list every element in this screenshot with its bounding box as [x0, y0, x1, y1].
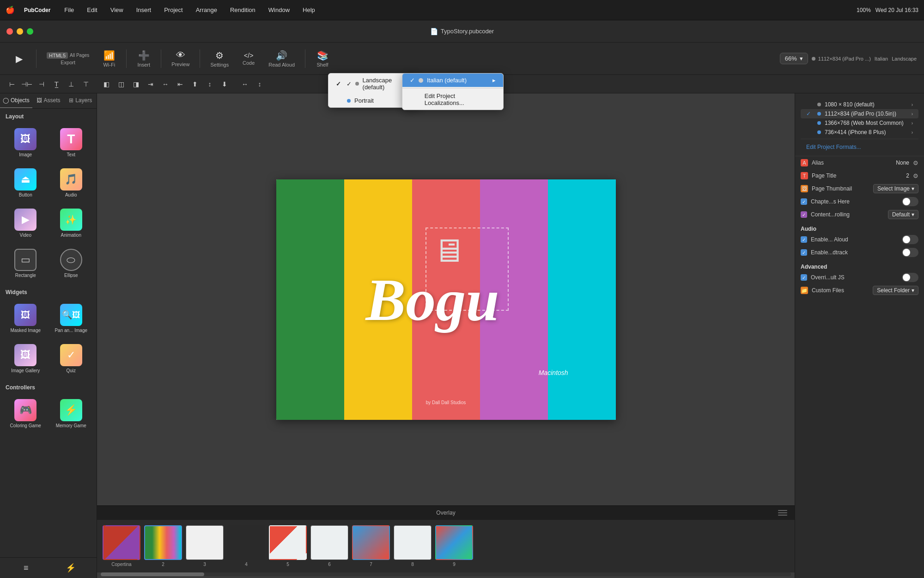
minimize-button[interactable]: [17, 28, 23, 35]
menu-insert[interactable]: Insert: [134, 6, 154, 14]
override-js-checkbox[interactable]: ✓: [801, 274, 807, 281]
align-top-button[interactable]: ⬆: [188, 78, 201, 91]
edit-formats-link[interactable]: Edit Project Formats...: [801, 141, 918, 153]
resolution-display[interactable]: 1112×834 (iPad Pro ...): [812, 56, 871, 61]
layout-video[interactable]: ▶ Video: [4, 204, 48, 242]
canvas-wrapper[interactable]: Bogu 🖥 Macintosh by Dall Dall Studios: [97, 93, 795, 505]
content-rolling-select[interactable]: Default ▾: [888, 210, 918, 219]
res-1112-row[interactable]: ✓ 1112×834 (iPad Pro (10.5in)) ›: [801, 109, 918, 118]
menu-file[interactable]: File: [61, 6, 77, 14]
res-736-row[interactable]: ✓ 736×414 (iPhone 8 Plus) ›: [801, 128, 918, 137]
close-button[interactable]: [6, 28, 13, 35]
page-thumbnail-select[interactable]: Select Image ▾: [873, 184, 918, 193]
shelf-button[interactable]: 📚 Shelf: [311, 47, 334, 70]
layout-animation[interactable]: ✨ Animation: [49, 204, 93, 242]
page-title-gear[interactable]: ⚙: [913, 172, 918, 179]
thumb-8[interactable]: 8: [394, 525, 432, 567]
quiz-widget[interactable]: ✓ Quiz: [49, 339, 93, 378]
align-vcenter-button[interactable]: ↕: [203, 78, 216, 91]
thumb-6[interactable]: 6: [310, 525, 348, 567]
enable-dtrack-toggle[interactable]: [902, 248, 918, 257]
layout-button[interactable]: ⏏ Button: [4, 164, 48, 202]
distribute-left-button[interactable]: ⇥: [144, 78, 157, 91]
align-left-button[interactable]: ◧: [100, 78, 113, 91]
chapters-checkbox[interactable]: ✓: [801, 198, 807, 205]
layout-ellipse[interactable]: ⬭ Ellipse: [49, 244, 93, 283]
align-bottom-button[interactable]: ⊤: [79, 78, 92, 91]
thumb-2[interactable]: 2: [144, 525, 182, 567]
menu-rendition[interactable]: Rendition: [227, 6, 258, 14]
list-view-button[interactable]: ≡: [19, 561, 32, 574]
layout-text[interactable]: T Text: [49, 123, 93, 162]
chapters-toggle[interactable]: [902, 197, 918, 206]
layout-audio[interactable]: 🎵 Audio: [49, 164, 93, 202]
export-group[interactable]: HTML5 All Pages Export: [42, 49, 94, 68]
read-aloud-button[interactable]: 🔊 Read Aloud: [264, 47, 299, 70]
horizontal-scrollbar[interactable]: [101, 572, 791, 576]
make-same-height-button[interactable]: ↕: [253, 78, 266, 91]
locale-italian-item[interactable]: ✓ Italian (default) ▸: [402, 74, 503, 87]
align-right-button[interactable]: ◨: [129, 78, 142, 91]
enable-aloud-toggle[interactable]: [902, 235, 918, 244]
distribute-right-button[interactable]: ⇤: [174, 78, 187, 91]
override-js-toggle[interactable]: [902, 273, 918, 282]
zoom-control[interactable]: 66% ▾: [780, 53, 808, 64]
menu-project[interactable]: Project: [161, 6, 185, 14]
scrollbar-thumb[interactable]: [101, 572, 204, 576]
image-gallery-widget[interactable]: 🖼 Image Gallery: [4, 339, 48, 378]
play-button[interactable]: ▶: [7, 50, 30, 67]
locale-display[interactable]: Italian: [875, 56, 888, 61]
edit-localizations-item[interactable]: Edit Project Localizations...: [402, 89, 503, 110]
res-1366-row[interactable]: ✓ 1366×768 (Web Most Common) ›: [801, 118, 918, 128]
apple-icon[interactable]: 🍎: [6, 6, 15, 14]
code-button[interactable]: </> Code: [237, 49, 260, 68]
alias-gear[interactable]: ⚙: [913, 160, 918, 166]
res-1080-row[interactable]: ✓ 1080 × 810 (default) ›: [801, 100, 918, 109]
orientation-display[interactable]: Landscape: [892, 56, 917, 61]
thumb-9[interactable]: 9: [435, 525, 473, 567]
layout-image[interactable]: 🖼 Image: [4, 123, 48, 162]
selection-handle[interactable]: [426, 228, 509, 311]
pan-image-widget[interactable]: 🔍🖼 Pan an... Image: [49, 299, 93, 338]
distribute-center-button[interactable]: ↔: [159, 78, 172, 91]
menu-view[interactable]: View: [108, 6, 126, 14]
thumb-7[interactable]: 7: [352, 525, 390, 567]
app-name[interactable]: PubCoder: [24, 7, 50, 13]
menu-arrange[interactable]: Arrange: [193, 6, 220, 14]
custom-files-select[interactable]: Select Folder ▾: [873, 286, 918, 295]
enable-aloud-row: ✓ Enable... Aloud: [795, 233, 924, 246]
lightning-button[interactable]: ⚡: [64, 561, 77, 574]
settings-button[interactable]: ⚙ Settings: [206, 47, 233, 70]
menu-help[interactable]: Help: [300, 6, 318, 14]
thumb-4[interactable]: 4: [227, 525, 265, 567]
overlay-handle[interactable]: [778, 510, 787, 516]
thumb-copertina[interactable]: Copertina: [103, 525, 140, 567]
enable-aloud-checkbox[interactable]: ✓: [801, 236, 807, 243]
fullscreen-button[interactable]: [27, 28, 33, 35]
tab-layers[interactable]: ⊞ Layers: [64, 93, 97, 108]
align-right-edge-button[interactable]: ⊣: [35, 78, 48, 91]
menu-window[interactable]: Window: [266, 6, 292, 14]
memory-game-widget[interactable]: ⚡ Memory Game: [49, 394, 93, 433]
align-center-v-button[interactable]: ◫: [115, 78, 128, 91]
align-vbottom-button[interactable]: ⬇: [218, 78, 231, 91]
masked-image-widget[interactable]: 🖼 Masked Image: [4, 299, 48, 338]
canvas[interactable]: Bogu 🖥 Macintosh by Dall Dall Studios: [276, 179, 616, 420]
content-rolling-checkbox[interactable]: ✓: [801, 211, 807, 218]
layout-rectangle[interactable]: ▭ Rectangle: [4, 244, 48, 283]
align-left-edge-button[interactable]: ⊢: [6, 78, 18, 91]
wifi-indicator[interactable]: 📶 Wi-Fi: [97, 47, 121, 70]
make-same-width-button[interactable]: ↔: [238, 78, 251, 91]
align-middle-button[interactable]: ⊥: [65, 78, 78, 91]
tab-objects[interactable]: ◯ Objects: [0, 93, 32, 108]
thumb-3[interactable]: 3: [186, 525, 224, 567]
insert-button[interactable]: ➕ Insert: [132, 47, 155, 70]
enable-dtrack-checkbox[interactable]: ✓: [801, 249, 807, 256]
coloring-game-widget[interactable]: 🎮 Coloring Game: [4, 394, 48, 433]
tab-assets[interactable]: 🖼 Assets: [32, 93, 65, 108]
align-center-h-button[interactable]: ⊣⊢: [20, 78, 33, 91]
preview-button[interactable]: 👁 Preview: [167, 47, 194, 70]
thumb-5[interactable]: 5: [269, 525, 307, 567]
align-top-text-button[interactable]: T̲: [50, 78, 63, 91]
menu-edit[interactable]: Edit: [84, 6, 100, 14]
